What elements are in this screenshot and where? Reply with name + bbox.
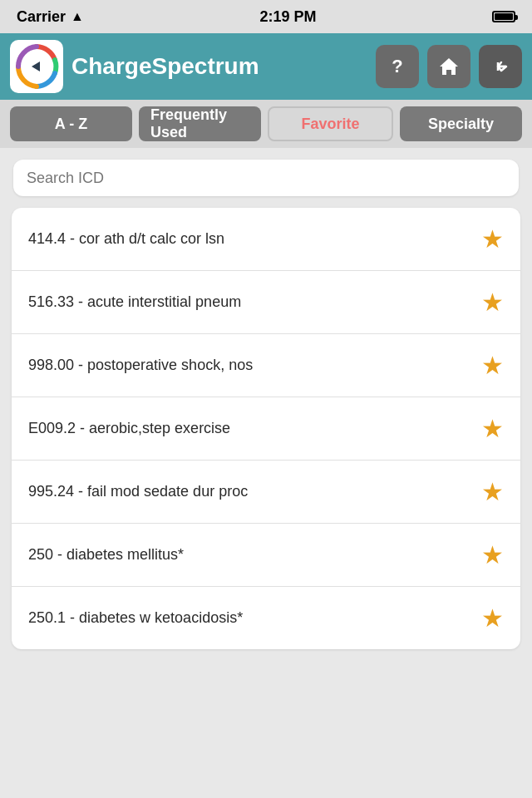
app-logo: [10, 40, 63, 93]
home-button[interactable]: [427, 45, 470, 88]
tab-favorite[interactable]: Favorite: [268, 106, 393, 141]
star-icon[interactable]: ★: [481, 351, 504, 380]
list-item: 250.1 - diabetes w ketoacidosis*★: [12, 587, 520, 649]
back-icon: [490, 56, 511, 77]
carrier-info: Carrier ▲: [17, 8, 84, 26]
list-item: E009.2 - aerobic,step exercise★: [12, 397, 520, 461]
tab-frequently-used[interactable]: Frequently Used: [139, 106, 261, 141]
tab-favorite-label: Favorite: [301, 116, 359, 133]
star-icon[interactable]: ★: [481, 414, 504, 443]
tab-az[interactable]: A - Z: [10, 106, 132, 141]
list-item: 250 - diabetes mellitus*★: [12, 524, 520, 587]
list-item: 998.00 - postoperative shock, nos★: [12, 334, 520, 397]
tab-specialty[interactable]: Specialty: [400, 106, 522, 141]
star-icon[interactable]: ★: [481, 288, 504, 317]
wifi-icon: ▲: [71, 9, 84, 24]
star-icon[interactable]: ★: [481, 540, 504, 569]
item-text: 516.33 - acute interstitial pneum: [28, 293, 481, 311]
status-bar: Carrier ▲ 2:19 PM: [0, 0, 532, 33]
search-input[interactable]: [13, 160, 519, 196]
list-item: 516.33 - acute interstitial pneum★: [12, 271, 520, 334]
tab-az-label: A - Z: [55, 116, 87, 133]
item-text: E009.2 - aerobic,step exercise: [28, 420, 481, 437]
item-text: 250 - diabetes mellitus*: [28, 546, 481, 564]
carrier-text: Carrier: [17, 8, 66, 26]
star-icon[interactable]: ★: [481, 477, 504, 506]
search-container: [0, 148, 532, 208]
item-text: 250.1 - diabetes w ketoacidosis*: [28, 609, 481, 627]
app-header: ChargeSpectrum ?: [0, 33, 532, 100]
item-text: 414.4 - cor ath d/t calc cor lsn: [28, 230, 481, 248]
list-item: 995.24 - fail mod sedate dur proc★: [12, 461, 520, 524]
help-button[interactable]: ?: [376, 45, 419, 88]
battery-icon: [492, 11, 515, 22]
item-text: 995.24 - fail mod sedate dur proc: [28, 483, 481, 500]
back-button[interactable]: [479, 45, 522, 88]
tab-frequently-label: Frequently Used: [150, 106, 249, 141]
item-text: 998.00 - postoperative shock, nos: [28, 357, 481, 374]
star-icon[interactable]: ★: [481, 603, 504, 633]
app-title: ChargeSpectrum: [71, 53, 367, 80]
tab-specialty-label: Specialty: [428, 116, 494, 133]
list-item: 414.4 - cor ath d/t calc cor lsn★: [12, 208, 520, 271]
logo-svg: [13, 43, 60, 90]
star-icon[interactable]: ★: [481, 224, 504, 254]
status-time: 2:19 PM: [259, 8, 316, 26]
icd-list: 414.4 - cor ath d/t calc cor lsn★516.33 …: [12, 208, 520, 649]
home-icon: [438, 56, 460, 77]
tab-bar: A - Z Frequently Used Favorite Specialty: [0, 100, 532, 148]
